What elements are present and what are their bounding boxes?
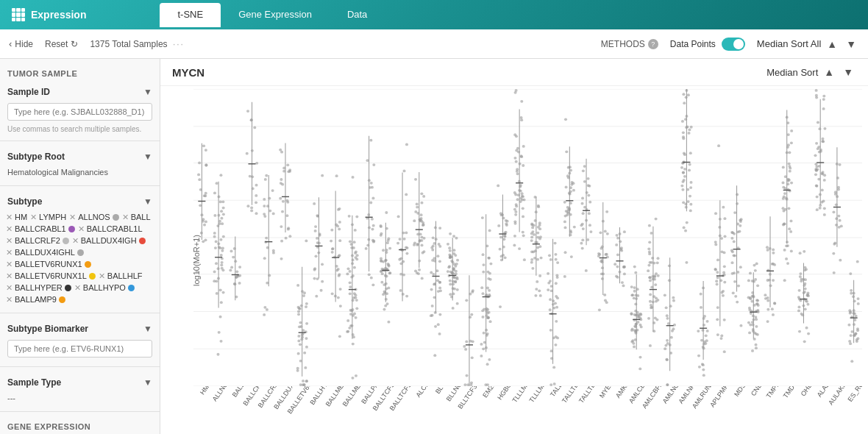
svg-point-1367 (821, 189, 824, 192)
median-sort-down-button[interactable]: ▼ (843, 37, 859, 51)
sample-id-title[interactable]: Sample ID ▼ (0, 82, 160, 100)
svg-point-1003 (652, 277, 655, 280)
svg-point-210 (305, 322, 308, 325)
svg-point-610 (485, 329, 488, 332)
svg-point-1348 (815, 89, 818, 92)
chart-sort-up-button[interactable]: ▲ (821, 65, 837, 79)
svg-point-836 (586, 191, 588, 194)
svg-point-82 (220, 217, 223, 220)
tag-remove-button[interactable]: ✕ (72, 237, 79, 245)
svg-point-429 (405, 295, 408, 298)
svg-point-1439 (848, 309, 851, 312)
tag-color-dot (113, 214, 119, 221)
svg-point-571 (464, 348, 467, 351)
tag-remove-button[interactable]: ✕ (6, 213, 13, 221)
subtype-biomarker-title[interactable]: Subtype Biomarker ▼ (0, 319, 160, 337)
svg-point-1101 (697, 355, 700, 357)
tag-remove-button[interactable]: ✕ (30, 213, 37, 221)
chart-sort-down-button[interactable]: ▼ (840, 65, 856, 79)
svg-point-1229 (752, 314, 755, 317)
svg-point-1264 (786, 121, 789, 124)
tag-remove-button[interactable]: ✕ (6, 237, 13, 245)
subtype-biomarker-input[interactable] (7, 340, 152, 357)
tag-remove-button[interactable]: ✕ (6, 225, 13, 233)
svg-point-171 (280, 178, 282, 181)
tag-remove-button[interactable]: ✕ (6, 249, 13, 257)
tag-remove-button[interactable]: ✕ (69, 213, 76, 221)
svg-point-897 (616, 234, 619, 237)
tag-remove-button[interactable]: ✕ (122, 213, 129, 221)
tag-remove-button[interactable]: ✕ (6, 296, 13, 304)
svg-point-394 (382, 293, 385, 296)
svg-point-114 (250, 207, 253, 210)
hide-button[interactable]: ‹ Hide (9, 38, 33, 49)
subtype-title[interactable]: Subtype ▼ (0, 192, 160, 210)
tab-data[interactable]: Data (330, 3, 385, 27)
svg-point-333 (366, 159, 369, 162)
svg-point-1402 (832, 210, 835, 213)
svg-point-302 (351, 262, 354, 265)
tag-remove-button[interactable]: ✕ (78, 225, 85, 233)
svg-point-60 (218, 331, 221, 334)
svg-point-49 (220, 340, 223, 343)
svg-point-865 (605, 210, 608, 213)
svg-point-1380 (822, 107, 825, 110)
svg-point-1322 (802, 305, 805, 307)
svg-point-107 (233, 282, 236, 285)
svg-point-943 (638, 368, 641, 371)
svg-point-440 (421, 244, 424, 247)
tab-gene-expression[interactable]: Gene Expression (221, 3, 330, 27)
svg-point-844 (581, 223, 584, 226)
svg-point-1173 (731, 231, 734, 234)
svg-point-409 (399, 238, 402, 241)
svg-point-854 (582, 212, 585, 215)
methods-info-icon[interactable]: ? (648, 39, 658, 49)
svg-point-886 (600, 272, 603, 275)
subtype-dropdown-icon: ▼ (143, 196, 152, 207)
svg-point-1221 (756, 309, 759, 312)
tag-remove-button[interactable]: ✕ (6, 284, 13, 292)
svg-point-1119 (720, 237, 723, 240)
svg-point-38 (204, 192, 207, 195)
median-sort-up-button[interactable]: ▲ (824, 37, 840, 51)
tag-remove-button[interactable]: ✕ (74, 284, 81, 292)
svg-point-1105 (700, 339, 703, 342)
tab-tsne[interactable]: t-SNE (160, 3, 221, 27)
svg-point-1196 (750, 300, 753, 303)
sample-id-input[interactable] (7, 103, 152, 121)
svg-point-1327 (801, 313, 804, 316)
tag-remove-button[interactable]: ✕ (6, 272, 13, 280)
svg-point-1102 (700, 293, 702, 296)
sample-type-title[interactable]: Sample Type ▼ (0, 373, 160, 391)
data-points-toggle[interactable] (722, 38, 745, 51)
svg-point-1227 (751, 295, 754, 298)
tag-remove-button[interactable]: ✕ (6, 260, 13, 268)
svg-point-1220 (755, 299, 758, 302)
svg-point-948 (633, 266, 636, 268)
svg-point-470 (421, 252, 424, 255)
svg-point-1000 (650, 286, 653, 289)
svg-point-1188 (753, 319, 755, 321)
sample-id-dropdown-icon: ▼ (143, 87, 152, 97)
svg-point-142 (265, 237, 268, 240)
svg-point-92 (235, 296, 238, 299)
svg-point-628 (482, 347, 485, 350)
reset-button[interactable]: Reset ↻ (45, 39, 78, 49)
svg-point-1247 (771, 307, 774, 310)
logo: Expression (12, 8, 86, 21)
svg-point-1097 (703, 315, 706, 318)
svg-point-1095 (702, 324, 705, 327)
subtype-root-title[interactable]: Subtype Root ▼ (0, 147, 160, 165)
svg-point-1401 (835, 217, 838, 220)
svg-point-121 (255, 162, 258, 165)
svg-point-1303 (785, 244, 788, 247)
svg-point-1251 (766, 296, 769, 299)
svg-point-825 (564, 251, 567, 254)
svg-point-501 (437, 323, 440, 326)
svg-point-138 (265, 174, 268, 177)
svg-point-492 (439, 289, 442, 292)
svg-point-1198 (751, 349, 754, 352)
svg-point-1419 (850, 360, 853, 363)
svg-point-856 (588, 201, 591, 204)
tag-remove-button[interactable]: ✕ (99, 272, 105, 280)
